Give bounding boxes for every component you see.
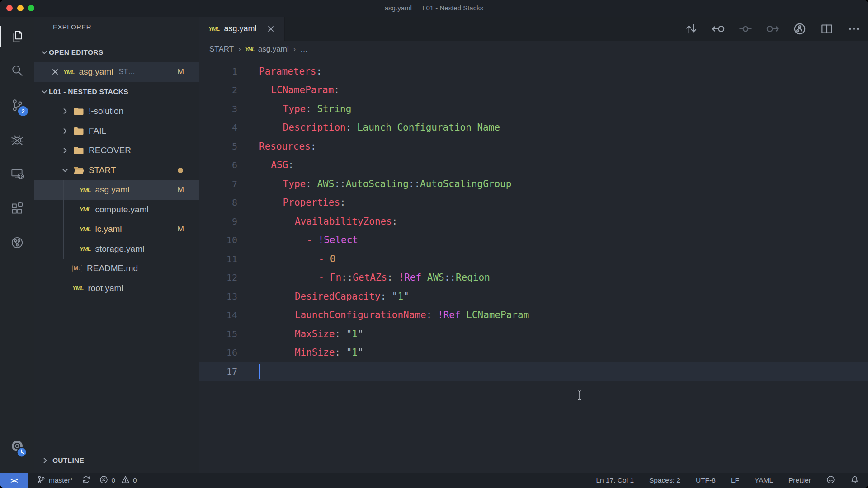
tree-file-storage-yaml[interactable]: YMLstorage.yaml — [34, 239, 199, 259]
breadcrumb: START›YMLasg.yaml›… — [199, 41, 868, 57]
yaml-icon: YML — [80, 206, 90, 213]
line-number: 10 — [199, 235, 237, 245]
code-line-14[interactable]: 14 LaunchConfigurationName: !Ref LCNameP… — [199, 306, 868, 325]
code-line-12[interactable]: 12 - Fn::GetAZs: !Ref AWS::Region — [199, 268, 868, 287]
code-line-8[interactable]: 8 Properties: — [199, 193, 868, 212]
code-line-4[interactable]: 4 Description: Launch Configuration Name — [199, 118, 868, 137]
outline-section-header[interactable]: OUTLINE — [34, 450, 199, 470]
activity-commit-graph-icon[interactable] — [0, 229, 34, 256]
titlebar[interactable]: asg.yaml — L01 - Nested Stacks — [0, 0, 868, 17]
text-cursor — [259, 364, 260, 379]
code-line-17[interactable]: 17 — [199, 362, 868, 381]
code-line-13[interactable]: 13 DesiredCapacity: "1" — [199, 287, 868, 306]
open-changes-icon[interactable] — [684, 21, 699, 37]
close-editor-icon[interactable] — [51, 67, 60, 76]
chevron-down-icon — [40, 48, 49, 57]
tree-folder--solution[interactable]: !-solution — [34, 102, 199, 122]
code-line-15[interactable]: 15 MaxSize: "1" — [199, 324, 868, 343]
folder-icon — [73, 127, 84, 136]
status-bar: ><master*00Ln 17, Col 1Spaces: 2UTF-8LFY… — [0, 473, 868, 488]
status-yaml[interactable]: YAML — [755, 476, 773, 484]
remote-indicator[interactable]: >< — [0, 473, 28, 488]
code-line-11[interactable]: 11 - 0 — [199, 249, 868, 268]
code-area[interactable]: 1Parameters:2 LCNameParam:3 Type: String… — [199, 57, 868, 473]
code-line-3[interactable]: 3 Type: String — [199, 99, 868, 118]
tree-folder-fail[interactable]: FAIL — [34, 121, 199, 141]
yaml-icon: YML — [80, 187, 90, 193]
folder-label: RECOVER — [89, 145, 131, 155]
activity-extensions-icon[interactable] — [0, 195, 34, 222]
problems-status[interactable]: 00 — [99, 475, 137, 486]
file-label: README.md — [87, 263, 138, 273]
line-number: 2 — [199, 84, 237, 95]
activity-debug-icon[interactable] — [0, 126, 34, 153]
activity-source-control-icon[interactable] — [0, 92, 34, 119]
breadcrumb-item[interactable]: asg.yaml — [258, 45, 289, 54]
chevron-down-icon — [61, 166, 70, 175]
close-tab-icon[interactable] — [266, 24, 275, 33]
folder-label: !-solution — [89, 106, 123, 116]
line-number: 11 — [199, 253, 237, 264]
folder-label: START — [89, 165, 116, 175]
activity-bar: 2 — [0, 17, 34, 473]
modified-badge: M — [178, 67, 184, 76]
chevron-right-icon — [61, 107, 70, 116]
tree-folder-start[interactable]: START — [34, 160, 199, 180]
yaml-icon: YML — [63, 69, 74, 75]
timeline-icon[interactable] — [792, 21, 807, 37]
outline-label: OUTLINE — [52, 456, 84, 465]
status-lf[interactable]: LF — [731, 476, 739, 484]
tree-file-root-yaml[interactable]: YMLroot.yaml — [34, 278, 199, 298]
line-number: 4 — [199, 122, 237, 133]
status-bell-icon[interactable] — [850, 475, 859, 486]
status-sync-icon[interactable] — [82, 475, 90, 486]
tree-folder-recover[interactable]: RECOVER — [34, 141, 199, 161]
section-label: OPEN EDITORS — [49, 48, 103, 56]
line-number: 17 — [199, 366, 237, 377]
breadcrumb-item[interactable]: START — [209, 45, 234, 54]
yaml-icon: YML — [208, 25, 219, 32]
folder-label: FAIL — [89, 126, 106, 136]
code-line-10[interactable]: 10 - !Select — [199, 231, 868, 250]
tab-asg-yaml[interactable]: YML asg.yaml — [199, 17, 285, 41]
code-line-7[interactable]: 7 Type: AWS::AutoScaling::AutoScalingGro… — [199, 174, 868, 193]
line-number: 9 — [199, 216, 237, 227]
code-line-2[interactable]: 2 LCNameParam: — [199, 81, 868, 100]
sidebar-title: EXPLORER — [53, 23, 91, 31]
section-header-open-editors[interactable]: OPEN EDITORS — [34, 42, 199, 62]
activity-remote-explorer-icon[interactable] — [0, 160, 34, 188]
activity-files-icon[interactable] — [0, 23, 34, 50]
vscode-window: asg.yaml — L01 - Nested Stacks 2 EXPLORE… — [0, 0, 868, 488]
tree-file-compute-yaml[interactable]: YMLcompute.yaml — [34, 200, 199, 220]
status-utf-8[interactable]: UTF-8 — [696, 476, 716, 484]
more-actions-icon[interactable] — [846, 21, 862, 37]
code-line-6[interactable]: 6 ASG: — [199, 156, 868, 175]
line-number: 16 — [199, 347, 237, 358]
breadcrumb-separator: › — [238, 45, 241, 53]
code-line-1[interactable]: 1Parameters: — [199, 62, 868, 81]
section-header-l01-nested-stacks[interactable]: L01 - NESTED STACKS — [34, 82, 199, 102]
tree-indent-guide — [63, 180, 64, 259]
status-git-branch-icon[interactable]: master* — [37, 475, 73, 486]
tree-file-lc-yaml[interactable]: YMLlc.yamlM — [34, 220, 199, 239]
editor-actions — [684, 17, 862, 41]
activity-search-icon[interactable] — [0, 57, 34, 84]
code-line-5[interactable]: 5Resources: — [199, 137, 868, 156]
status-prettier[interactable]: Prettier — [788, 476, 811, 484]
line-number: 13 — [199, 291, 237, 302]
folder-icon — [73, 146, 84, 155]
previous-change-icon[interactable] — [711, 21, 726, 37]
line-number: 3 — [199, 103, 237, 114]
tree-file-readme-md[interactable]: M↓README.md — [34, 259, 199, 279]
breadcrumb-item[interactable]: … — [300, 45, 308, 54]
status-feedback-smiley-icon[interactable] — [826, 475, 835, 486]
split-editor-icon[interactable] — [819, 21, 835, 37]
open-editor-item[interactable]: YMLasg.yamlST…M — [34, 62, 199, 82]
modified-badge: M — [178, 185, 184, 194]
status-ln-17-col-1[interactable]: Ln 17, Col 1 — [596, 476, 634, 484]
status-spaces-2[interactable]: Spaces: 2 — [649, 476, 680, 484]
code-line-9[interactable]: 9 AvailabilityZones: — [199, 212, 868, 231]
tree-file-asg-yaml[interactable]: YMLasg.yamlM — [34, 180, 199, 200]
line-number: 15 — [199, 328, 237, 339]
code-line-16[interactable]: 16 MinSize: "1" — [199, 343, 868, 362]
